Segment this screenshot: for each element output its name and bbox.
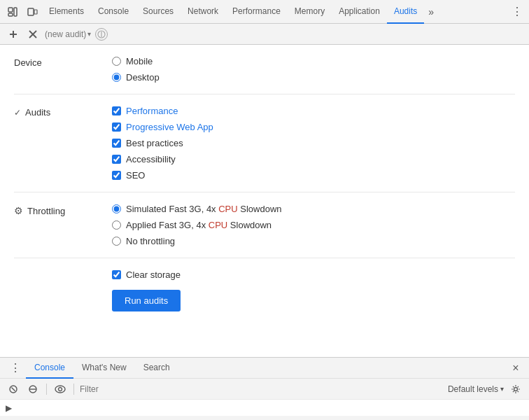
tab-application[interactable]: Application xyxy=(332,0,387,24)
throttle-simulated-radio[interactable] xyxy=(112,204,121,214)
console-filter-input[interactable] xyxy=(80,384,444,394)
device-mobile-label: Mobile xyxy=(126,56,153,66)
throttle-applied-label: Applied Fast 3G, 4x CPU Slowdown xyxy=(126,220,271,230)
audits-checkmark: ✓ xyxy=(14,108,21,118)
throttle-none-label: No throttling xyxy=(126,236,175,246)
devtools-menu-btn[interactable]: ⋮ xyxy=(509,5,526,18)
console-clear-btn[interactable] xyxy=(6,382,21,397)
throttle-simulated-label: Simulated Fast 3G, 4x CPU Slowdown xyxy=(126,204,282,214)
svg-line-12 xyxy=(12,387,15,391)
audit-seo-checkbox[interactable] xyxy=(112,171,121,180)
clear-storage-checkbox[interactable] xyxy=(112,270,121,279)
tab-performance[interactable]: Performance xyxy=(225,0,288,24)
device-mobile-radio[interactable] xyxy=(112,57,121,66)
audits-main-content: Device Mobile Desktop ✓ Audits Performan… xyxy=(0,45,529,357)
audit-best-practices-checkbox[interactable] xyxy=(112,139,121,148)
device-text: Device xyxy=(14,57,42,68)
tab-memory[interactable]: Memory xyxy=(288,0,332,24)
audit-accessibility-label: Accessibility xyxy=(126,154,176,164)
throttle-none-option[interactable]: No throttling xyxy=(112,236,282,246)
audit-performance-checkbox[interactable] xyxy=(112,106,121,115)
console-block-btn[interactable] xyxy=(25,382,41,397)
more-tabs-btn[interactable]: » xyxy=(424,6,438,18)
throttle-simulated-option[interactable]: Simulated Fast 3G, 4x CPU Slowdown xyxy=(112,204,282,214)
device-options: Mobile Desktop xyxy=(112,56,160,83)
audit-accessibility-checkbox[interactable] xyxy=(112,155,121,164)
console-levels-arrow: ▾ xyxy=(500,385,504,393)
audit-pwa-checkbox[interactable] xyxy=(112,122,121,132)
audit-seo-label: SEO xyxy=(126,170,145,181)
action-section: Clear storage Run audits xyxy=(14,258,515,323)
bottom-tab-whats-new[interactable]: What's New xyxy=(73,358,135,379)
bottom-tab-bar: ⋮ Console What's New Search × xyxy=(0,357,529,378)
svg-point-17 xyxy=(514,387,518,391)
throttle-applied-radio[interactable] xyxy=(112,220,121,230)
audit-best-practices-label: Best practices xyxy=(126,138,183,148)
audits-options: Performance Progressive Web App Best pra… xyxy=(112,106,213,181)
gear-icon: ⚙ xyxy=(14,205,23,216)
tab-sources[interactable]: Sources xyxy=(136,0,181,24)
device-desktop-label: Desktop xyxy=(126,72,160,83)
clear-storage-option[interactable]: Clear storage xyxy=(112,270,515,280)
console-eye-btn[interactable] xyxy=(52,382,68,397)
audits-section: ✓ Audits Performance Progressive Web App… xyxy=(14,94,515,192)
throttling-label-container: ⚙ Throttling xyxy=(14,204,98,216)
audit-pwa-label: Progressive Web App xyxy=(126,122,213,132)
add-audit-btn[interactable] xyxy=(6,27,21,42)
audits-toolbar: (new audit) ▾ xyxy=(0,24,529,45)
throttle-none-radio[interactable] xyxy=(112,237,121,246)
bottom-tab-search[interactable]: Search xyxy=(135,358,178,379)
audit-pwa-option[interactable]: Progressive Web App xyxy=(112,122,213,132)
svg-rect-4 xyxy=(34,10,37,14)
tab-network[interactable]: Network xyxy=(181,0,225,24)
console-settings-btn[interactable] xyxy=(508,382,523,397)
svg-rect-2 xyxy=(14,8,17,16)
audit-dropdown-arrow: ▾ xyxy=(87,30,91,38)
console-divider-1 xyxy=(46,384,47,395)
audit-name-select[interactable]: (new audit) ▾ xyxy=(45,29,91,39)
audit-name-label: (new audit) xyxy=(45,29,86,39)
devtools-tab-bar: Elements Console Sources Network Perform… xyxy=(0,0,529,24)
audits-label-container: ✓ Audits xyxy=(14,106,98,118)
tab-audits[interactable]: Audits xyxy=(387,0,424,24)
throttling-section: ⚙ Throttling Simulated Fast 3G, 4x CPU S… xyxy=(14,192,515,258)
audit-best-practices-option[interactable]: Best practices xyxy=(112,138,213,148)
bottom-close-btn[interactable]: × xyxy=(508,360,523,376)
bottom-menu-icon[interactable]: ⋮ xyxy=(6,361,26,374)
clear-audits-btn[interactable] xyxy=(25,27,41,42)
console-toolbar: Default levels ▾ xyxy=(0,378,529,399)
throttling-options: Simulated Fast 3G, 4x CPU Slowdown Appli… xyxy=(112,204,282,246)
audit-accessibility-option[interactable]: Accessibility xyxy=(112,154,213,164)
device-toggle-btn[interactable] xyxy=(22,2,42,22)
svg-point-16 xyxy=(59,387,62,391)
console-prompt-arrow: ▶ xyxy=(6,403,12,413)
inspect-element-btn[interactable] xyxy=(3,2,22,22)
clear-storage-label: Clear storage xyxy=(126,270,181,280)
throttle-applied-option[interactable]: Applied Fast 3G, 4x CPU Slowdown xyxy=(112,220,282,230)
audit-seo-option[interactable]: SEO xyxy=(112,170,213,181)
svg-rect-3 xyxy=(28,8,34,15)
audit-circle-btn[interactable] xyxy=(95,28,108,41)
device-mobile-option[interactable]: Mobile xyxy=(112,56,160,66)
console-levels-select[interactable]: Default levels ▾ xyxy=(448,384,504,394)
console-levels-label: Default levels xyxy=(448,384,498,394)
device-label: Device xyxy=(14,56,98,68)
throttling-text: Throttling xyxy=(27,206,65,216)
bottom-tab-console[interactable]: Console xyxy=(26,358,73,379)
svg-rect-1 xyxy=(8,13,13,16)
tab-console[interactable]: Console xyxy=(91,0,136,24)
run-audits-button[interactable]: Run audits xyxy=(112,290,181,312)
audits-text: Audits xyxy=(25,107,50,118)
audit-performance-label: Performance xyxy=(126,106,178,116)
tab-elements[interactable]: Elements xyxy=(42,0,91,24)
svg-point-15 xyxy=(55,386,65,393)
console-divider-2 xyxy=(73,384,74,395)
audit-performance-option[interactable]: Performance xyxy=(112,106,213,116)
device-desktop-radio[interactable] xyxy=(112,73,121,82)
device-section: Device Mobile Desktop xyxy=(14,45,515,94)
device-desktop-option[interactable]: Desktop xyxy=(112,72,160,83)
svg-rect-0 xyxy=(8,8,13,12)
console-prompt-row: ▶ xyxy=(0,399,529,416)
